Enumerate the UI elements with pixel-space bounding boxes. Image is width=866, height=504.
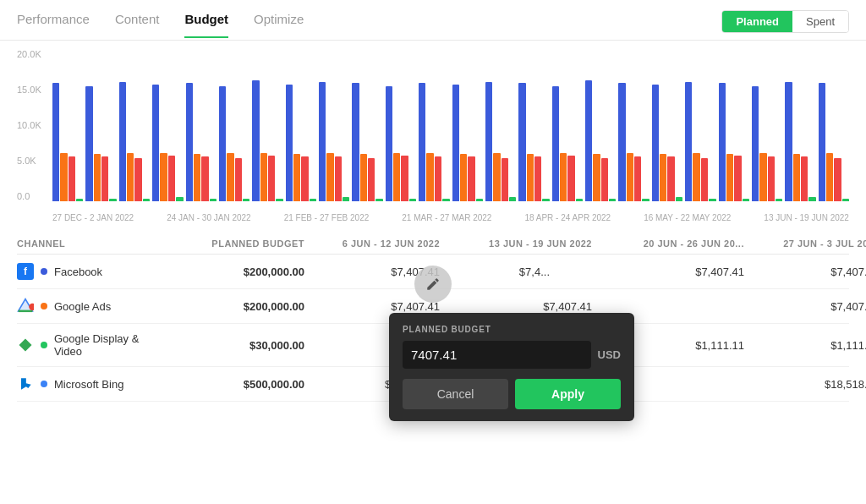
blue-bar (152, 85, 159, 201)
week-group (319, 82, 349, 201)
week-group (752, 86, 782, 201)
google-ads-icon (17, 298, 34, 315)
popup-input-row: USD (403, 341, 621, 369)
orange-bar (293, 154, 300, 201)
green-bar (176, 197, 183, 201)
blue-bar (785, 82, 792, 201)
week-group (219, 86, 249, 201)
apply-button[interactable]: Apply (515, 379, 621, 409)
toggle-planned[interactable]: Planned (722, 11, 792, 32)
blue-bar (685, 82, 692, 201)
googledisplay-label: Google Display & Video (54, 332, 169, 358)
orange-bar (627, 153, 633, 201)
blue-bar (652, 85, 659, 201)
orange-bar (160, 153, 167, 201)
green-bar (642, 199, 649, 201)
red-bar (834, 158, 841, 201)
blue-bar (286, 85, 293, 201)
orange-bar (426, 153, 433, 201)
header: Performance Content Budget Optimize Plan… (0, 0, 866, 41)
cancel-button[interactable]: Cancel (403, 379, 508, 409)
channel-cell-bing: Microsoft Bing (17, 375, 169, 392)
toggle-group: Planned Spent (721, 10, 849, 33)
red-bar (634, 156, 641, 201)
orange-bar (726, 154, 733, 201)
red-bar (567, 156, 574, 201)
green-bar (509, 197, 516, 201)
week-group (85, 86, 116, 201)
blue-bar (85, 86, 92, 201)
y-label-0: 0.0 (17, 191, 49, 201)
orange-bar (127, 153, 134, 201)
orange-bar (527, 154, 534, 201)
green-bar (576, 199, 583, 201)
table-header: CHANNEL PLANNED BUDGET 6 JUN - 12 JUN 20… (17, 233, 849, 255)
y-label-3: 15.0K (17, 85, 49, 95)
y-label-2: 10.0K (17, 120, 49, 130)
svg-marker-4 (19, 339, 32, 352)
y-axis: 0.0 5.0K 10.0K 15.0K 20.0K (17, 49, 49, 201)
popup-label: PLANNED BUDGET (403, 325, 621, 334)
chart-bars (52, 49, 849, 201)
green-bar (109, 199, 116, 201)
blue-bar (518, 83, 525, 201)
red-bar (734, 156, 741, 201)
red-bar (768, 156, 775, 201)
orange-bar (260, 153, 267, 201)
week-group (785, 82, 815, 201)
channel-cell-facebook: f Facebook (17, 263, 169, 280)
tab-content[interactable]: Content (115, 12, 160, 38)
orange-bar (460, 154, 467, 201)
googleads-label: Google Ads (54, 300, 111, 313)
orange-bar (94, 154, 101, 201)
green-bar (776, 199, 782, 201)
googleads-col4: $7,407.41 (440, 300, 592, 313)
popup-actions: Cancel Apply (403, 379, 621, 409)
red-bar (801, 156, 808, 201)
blue-bar (52, 83, 59, 201)
x-label-2: 21 FEB - 27 FEB 2022 (284, 213, 370, 222)
tab-optimize[interactable]: Optimize (254, 12, 304, 38)
x-label-5: 16 MAY - 22 MAY 2022 (644, 213, 731, 222)
budget-input[interactable] (403, 341, 591, 369)
x-label-0: 27 DEC - 2 JAN 2022 (52, 213, 134, 222)
chart-area: 0.0 5.0K 10.0K 15.0K 20.0K 27 DEC - 2 JA… (0, 41, 866, 227)
green-bar (842, 199, 849, 201)
green-bar (375, 199, 382, 201)
green-bar (609, 199, 616, 201)
blue-bar (419, 83, 425, 201)
week-group (286, 85, 316, 201)
blue-bar (819, 83, 825, 201)
week-group (252, 80, 282, 201)
week-group (652, 85, 682, 201)
week-group (152, 85, 183, 201)
tab-bar: Performance Content Budget Optimize (17, 12, 304, 38)
green-bar (76, 199, 83, 201)
green-bar (676, 197, 682, 201)
orange-bar (560, 153, 567, 201)
chart-container: 0.0 5.0K 10.0K 15.0K 20.0K 27 DEC - 2 JA… (17, 49, 849, 222)
col-planned: PLANNED BUDGET (169, 238, 304, 249)
blue-bar (252, 80, 259, 201)
green-bar (743, 199, 749, 201)
green-bar (276, 199, 282, 201)
week-group (618, 83, 649, 201)
red-bar (69, 156, 75, 201)
green-bar (343, 197, 349, 201)
channel-cell-googledisplay: Google Display & Video (17, 332, 169, 358)
facebook-col4: $7,4... (440, 266, 592, 278)
x-label-1: 24 JAN - 30 JAN 2022 (167, 213, 251, 222)
tab-budget[interactable]: Budget (184, 12, 228, 38)
week-group (386, 86, 416, 201)
blue-bar (219, 86, 226, 201)
x-label-4: 18 APR - 24 APR 2022 (524, 213, 611, 222)
bing-icon (17, 375, 34, 392)
googledisplay-budget: $30,000.00 (169, 339, 304, 352)
googledisplay-dot (41, 342, 47, 348)
edit-circle[interactable] (414, 266, 452, 303)
facebook-dot (41, 268, 47, 275)
col-channel: CHANNEL (17, 238, 169, 249)
toggle-spent[interactable]: Spent (792, 11, 848, 32)
tab-performance[interactable]: Performance (17, 12, 90, 38)
orange-bar (194, 154, 200, 201)
